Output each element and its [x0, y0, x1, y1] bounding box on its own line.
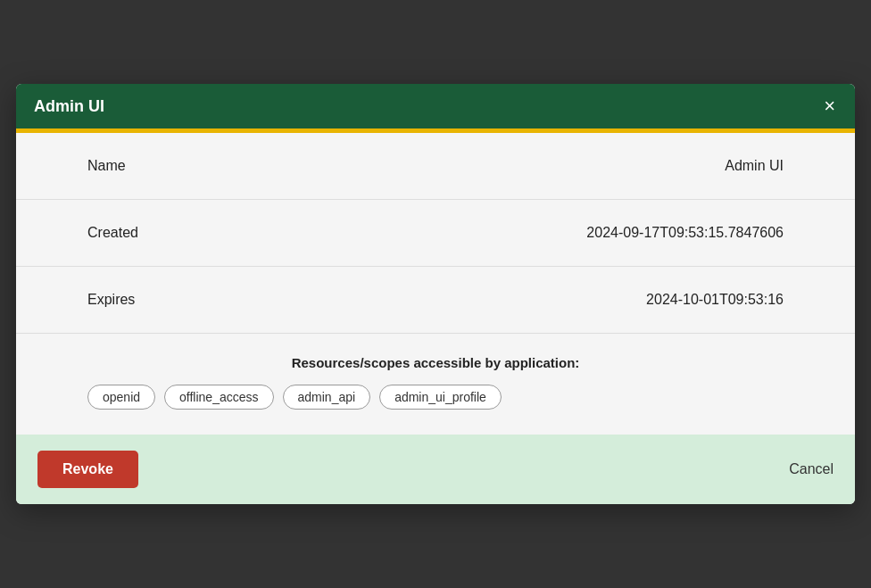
created-label: Created: [87, 225, 248, 241]
scopes-tags: openid offline_access admin_api admin_ui…: [87, 385, 784, 410]
revoke-button[interactable]: Revoke: [37, 451, 138, 488]
name-label: Name: [87, 158, 248, 174]
created-row: Created 2024-09-17T09:53:15.7847606: [16, 200, 855, 267]
modal-overlay: Admin UI × Name Admin UI Created 2024-09…: [0, 0, 871, 588]
scope-tag-admin-api: admin_api: [283, 385, 371, 410]
expires-row: Expires 2024-10-01T09:53:16: [16, 267, 855, 334]
modal-footer: Revoke Cancel: [16, 435, 855, 504]
scope-tag-openid: openid: [87, 385, 155, 410]
modal-body: Name Admin UI Created 2024-09-17T09:53:1…: [16, 133, 855, 435]
close-button[interactable]: ×: [822, 96, 837, 116]
expires-label: Expires: [87, 292, 248, 308]
scopes-title: Resources/scopes accessible by applicati…: [87, 355, 784, 370]
modal-title: Admin UI: [34, 97, 104, 116]
modal-dialog: Admin UI × Name Admin UI Created 2024-09…: [16, 84, 855, 504]
name-row: Name Admin UI: [16, 133, 855, 200]
cancel-button[interactable]: Cancel: [789, 461, 834, 477]
scopes-section: Resources/scopes accessible by applicati…: [16, 334, 855, 435]
scope-tag-offline-access: offline_access: [164, 385, 273, 410]
name-value: Admin UI: [248, 158, 784, 174]
expires-value: 2024-10-01T09:53:16: [248, 292, 784, 308]
scope-tag-admin-ui-profile: admin_ui_profile: [379, 385, 502, 410]
modal-header: Admin UI ×: [16, 84, 855, 128]
created-value: 2024-09-17T09:53:15.7847606: [248, 225, 784, 241]
